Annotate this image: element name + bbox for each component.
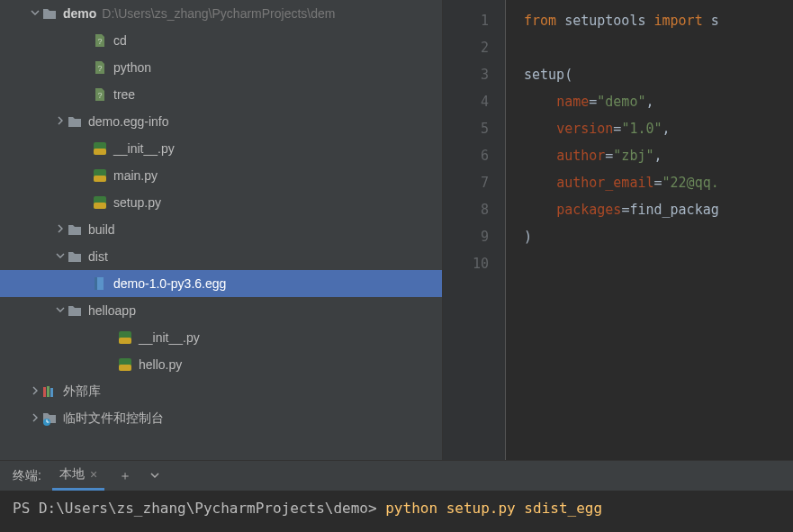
tree-item-label: build — [88, 222, 115, 237]
chevron-right-icon[interactable] — [29, 413, 41, 424]
svg-rect-4 — [94, 149, 106, 155]
tree-item[interactable]: 外部库 — [0, 378, 442, 405]
tree-item[interactable]: dist — [0, 243, 442, 270]
py-icon — [117, 356, 133, 373]
code-line[interactable]: name="demo", — [524, 88, 719, 115]
terminal-prompt-prefix: PS — [13, 500, 39, 517]
svg-text:?: ? — [97, 91, 102, 100]
py-icon — [117, 329, 133, 346]
tree-item[interactable]: hello.py — [0, 351, 442, 378]
line-number: 3 — [443, 61, 489, 88]
chevron-right-icon[interactable] — [54, 116, 67, 127]
line-number: 2 — [443, 34, 489, 61]
tree-item[interactable]: setup.py — [0, 189, 442, 216]
tree-item-label: main.py — [113, 168, 158, 183]
code-line[interactable]: setup( — [524, 61, 719, 88]
svg-rect-12 — [119, 338, 131, 344]
add-terminal-button[interactable]: ＋ — [115, 468, 135, 484]
unknown-icon: ? — [92, 86, 108, 103]
chevron-down-icon[interactable] — [54, 251, 67, 262]
tree-item-label: python — [113, 60, 151, 75]
code-line[interactable]: packages=find_packag — [524, 196, 719, 223]
tree-item-label: tree — [113, 87, 135, 102]
terminal-body[interactable]: PS D:\Users\zs_zhang\PycharmProjects\dem… — [0, 491, 793, 532]
close-icon[interactable]: × — [90, 467, 97, 482]
line-number: 7 — [443, 169, 489, 196]
tree-item-label: demo.egg-info — [88, 114, 169, 129]
tree-item-label: demo-1.0-py3.6.egg — [113, 276, 226, 291]
folder-icon — [41, 5, 58, 22]
chevron-down-icon[interactable] — [54, 305, 67, 316]
svg-rect-16 — [47, 386, 50, 397]
svg-text:?: ? — [97, 37, 102, 46]
tree-item[interactable]: demo.egg-info — [0, 108, 442, 135]
tree-item-label: 外部库 — [63, 383, 101, 400]
line-number: 8 — [443, 196, 489, 223]
tree-item[interactable]: build — [0, 216, 442, 243]
line-number: 1 — [443, 7, 489, 34]
line-number: 6 — [443, 142, 489, 169]
tree-item[interactable]: ?cd — [0, 27, 442, 54]
svg-rect-9 — [96, 277, 104, 290]
terminal-dropdown-icon[interactable] — [146, 469, 164, 483]
svg-rect-14 — [119, 365, 131, 371]
terminal-label: 终端: — [13, 468, 41, 484]
line-number: 5 — [443, 115, 489, 142]
unknown-icon: ? — [92, 59, 108, 76]
tree-item-label: helloapp — [88, 303, 136, 318]
svg-rect-8 — [94, 203, 106, 209]
terminal-prompt-path: D:\Users\zs_zhang\PycharmProjects\demo> — [39, 500, 377, 517]
egg-icon — [92, 275, 108, 292]
tree-item[interactable]: 临时文件和控制台 — [0, 405, 442, 432]
code-line[interactable] — [524, 250, 719, 277]
lib-icon — [41, 383, 58, 400]
svg-rect-15 — [43, 387, 46, 397]
py-icon — [92, 194, 108, 211]
tree-item[interactable]: ?python — [0, 54, 442, 81]
terminal-tab-label: 本地 — [59, 466, 85, 482]
tree-item-label: setup.py — [113, 195, 161, 210]
folder-icon — [67, 221, 83, 238]
tree-item-label: __init__.py — [139, 330, 200, 345]
tree-item[interactable]: demo-1.0-py3.6.egg — [0, 270, 442, 297]
tree-item[interactable]: helloapp — [0, 297, 442, 324]
code-line[interactable] — [524, 34, 719, 61]
project-tree[interactable]: demoD:\Users\zs_zhang\PycharmProjects\de… — [0, 0, 443, 460]
py-icon — [92, 167, 108, 184]
unknown-icon: ? — [92, 32, 108, 49]
svg-rect-10 — [95, 277, 97, 290]
line-number: 4 — [443, 88, 489, 115]
code-line[interactable]: version="1.0", — [524, 115, 719, 142]
py-icon — [92, 140, 108, 157]
scratch-icon — [41, 410, 58, 427]
terminal-tabbar: 终端: 本地 × ＋ — [0, 460, 793, 491]
code-line[interactable]: ) — [524, 223, 719, 250]
code-editor[interactable]: 12345678910 from setuptools import s set… — [443, 0, 793, 460]
tree-item-label: cd — [113, 33, 127, 48]
editor-code[interactable]: from setuptools import s setup( name="de… — [506, 0, 719, 460]
terminal-tab-local[interactable]: 本地 × — [52, 461, 104, 491]
code-line[interactable]: from setuptools import s — [524, 7, 719, 34]
tree-item[interactable]: demoD:\Users\zs_zhang\PycharmProjects\de… — [0, 0, 442, 27]
tree-item-label: demo — [63, 6, 96, 21]
tree-item[interactable]: __init__.py — [0, 135, 442, 162]
terminal-command: python setup.py sdist_egg — [385, 500, 602, 517]
chevron-down-icon[interactable] — [29, 8, 41, 19]
code-line[interactable]: author_email="22@qq. — [524, 169, 719, 196]
tree-item-label: __init__.py — [113, 141, 175, 156]
line-number: 10 — [443, 250, 489, 277]
line-number: 9 — [443, 223, 489, 250]
tree-item[interactable]: ?tree — [0, 81, 442, 108]
chevron-right-icon[interactable] — [54, 224, 67, 235]
tree-item[interactable]: main.py — [0, 162, 442, 189]
chevron-right-icon[interactable] — [29, 386, 41, 397]
tree-item[interactable]: __init__.py — [0, 324, 442, 351]
svg-rect-6 — [94, 176, 106, 182]
folder-icon — [67, 113, 83, 130]
tree-item-path: D:\Users\zs_zhang\PycharmProjects\dem — [102, 6, 335, 21]
editor-gutter: 12345678910 — [443, 0, 506, 460]
code-line[interactable]: author="zbj", — [524, 142, 719, 169]
svg-rect-17 — [50, 388, 53, 397]
tree-item-label: dist — [88, 249, 108, 264]
folder-icon — [67, 248, 83, 265]
